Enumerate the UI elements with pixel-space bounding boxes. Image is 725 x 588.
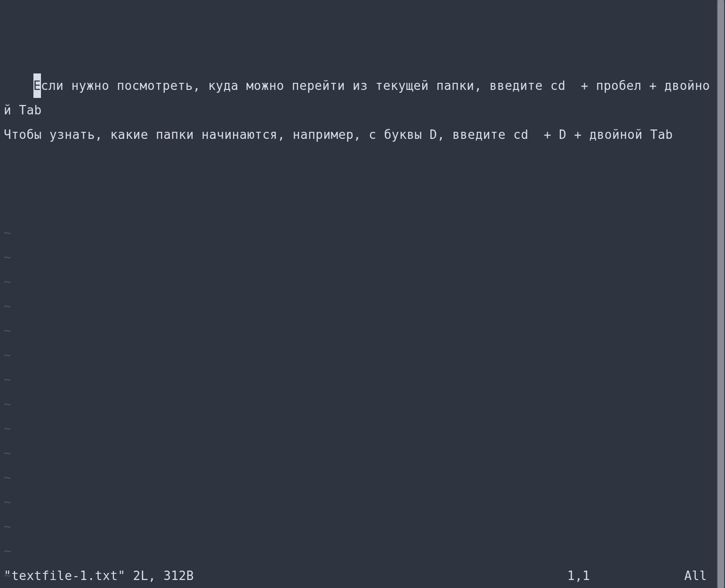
empty-lines: ~~~~~~~~~~~~~~~~~ — [0, 220, 717, 588]
empty-line-tilde: ~ — [4, 245, 717, 269]
empty-line-tilde: ~ — [4, 343, 717, 367]
empty-line-tilde: ~ — [4, 294, 717, 318]
cursor: Е — [33, 73, 41, 98]
empty-line-tilde: ~ — [4, 367, 717, 392]
scrollbar-thumb[interactable] — [717, 0, 724, 588]
empty-line-tilde: ~ — [4, 269, 717, 294]
empty-line-tilde: ~ — [4, 318, 717, 343]
empty-line-tilde: ~ — [4, 539, 717, 563]
status-cursor-position: 1,1 — [567, 564, 684, 588]
buffer-text[interactable]: Если нужно посмотреть, куда можно перейт… — [0, 49, 717, 171]
empty-line-tilde: ~ — [4, 514, 717, 539]
editor-viewport[interactable]: Если нужно посмотреть, куда можно перейт… — [0, 0, 717, 588]
empty-line-tilde: ~ — [4, 392, 717, 416]
status-line: "textfile-1.txt" 2L, 312B 1,1 All — [0, 564, 717, 588]
empty-line-tilde: ~ — [4, 220, 717, 245]
status-scroll: All — [685, 564, 707, 588]
empty-line-tilde: ~ — [4, 416, 717, 441]
status-filename: "textfile-1.txt" 2L, 312B — [4, 564, 194, 588]
empty-line-tilde: ~ — [4, 465, 717, 490]
text-line-2: Чтобы узнать, какие папки начинаются, на… — [4, 128, 673, 142]
empty-line-tilde: ~ — [4, 490, 717, 514]
text-line-1: сли нужно посмотреть, куда можно перейти… — [4, 79, 710, 117]
empty-line-tilde: ~ — [4, 441, 717, 465]
scrollbar[interactable] — [717, 0, 725, 588]
